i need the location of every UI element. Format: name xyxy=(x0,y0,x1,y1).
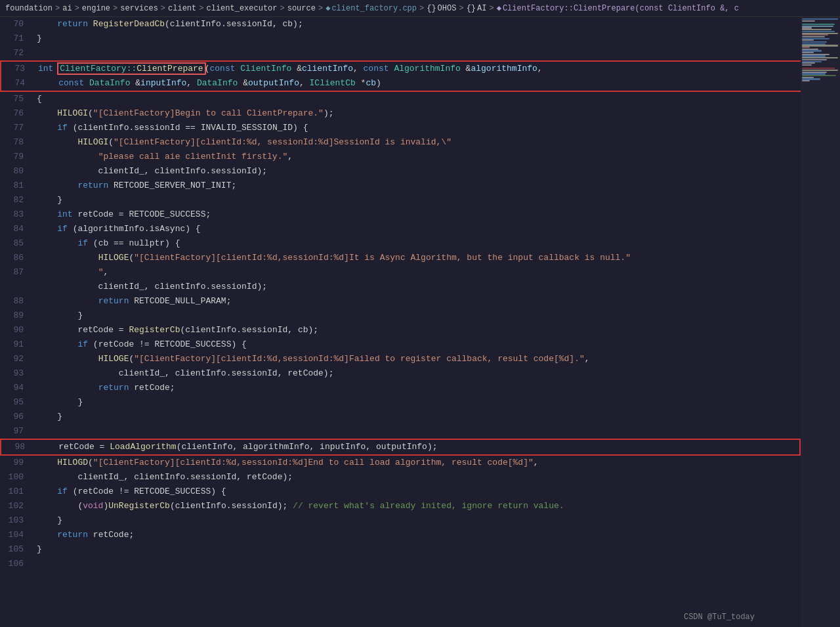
line-content-82: } xyxy=(34,193,801,207)
line-content-88: return RETCODE_NULL_PARAM; xyxy=(34,294,801,309)
cpp-file-icon: ◆ xyxy=(326,3,330,13)
line-content-86: HILOGE("[ClientFactory][clientId:%d,sess… xyxy=(34,251,801,265)
line-content-87: ", xyxy=(34,265,801,280)
line-number-75: 75 xyxy=(0,92,34,106)
line-number-87: 87 xyxy=(0,265,34,280)
line-number-102: 102 xyxy=(0,499,34,513)
table-row: 105 } xyxy=(0,542,801,557)
line-content-100: clientId_, clientInfo.sessionId, retCode… xyxy=(34,470,801,485)
table-row: 88 return RETCODE_NULL_PARAM; xyxy=(0,294,801,309)
line-content-81: return RETCODE_SERVER_NOT_INIT; xyxy=(34,179,801,193)
code-editor[interactable]: 70 return RegisterDeadCb(clientInfo.sess… xyxy=(0,17,801,627)
line-content-101: if (retCode != RETCODE_SUCCESS) { xyxy=(34,485,801,499)
table-row: 74 const DataInfo &inputInfo, DataInfo &… xyxy=(0,76,801,92)
table-row: 93 clientId_, clientInfo.sessionId, retC… xyxy=(0,366,801,381)
line-content-80: clientId_, clientInfo.sessionId); xyxy=(34,164,801,179)
line-number-72: 72 xyxy=(0,46,34,60)
breadcrumb-services[interactable]: services xyxy=(120,4,158,13)
line-content-90: retCode = RegisterCb(clientInfo.sessionI… xyxy=(34,323,801,337)
breadcrumb-file[interactable]: client_factory.cpp xyxy=(331,4,417,13)
table-row: 98 retCode = LoadAlgorithm(clientInfo, a… xyxy=(0,439,801,456)
table-row: 77 if (clientInfo.sessionId == INVALID_S… xyxy=(0,121,801,135)
line-number-98: 98 xyxy=(1,440,35,454)
line-number-91: 91 xyxy=(0,337,34,352)
line-content-77: if (clientInfo.sessionId == INVALID_SESS… xyxy=(34,121,801,135)
table-row: 94 return retCode; xyxy=(0,381,801,395)
line-content-99: HILOGD("[ClientFactory][clientId:%d,sess… xyxy=(34,456,801,470)
table-row: 79 "please call aie clientInit firstly."… xyxy=(0,150,801,164)
table-row: 86 HILOGE("[ClientFactory][clientId:%d,s… xyxy=(0,251,801,265)
table-row: 106 xyxy=(0,557,801,571)
line-content-74: const DataInfo &inputInfo, DataInfo &out… xyxy=(35,76,801,91)
table-row: 70 return RegisterDeadCb(clientInfo.sess… xyxy=(0,17,801,32)
breadcrumb-foundation[interactable]: foundation xyxy=(5,4,52,13)
line-number-97: 97 xyxy=(0,424,34,439)
line-number-94: 94 xyxy=(0,381,34,395)
line-number-89: 89 xyxy=(0,309,34,323)
watermark: CSDN @TuT_today xyxy=(684,613,755,622)
table-row: 89 } xyxy=(0,309,801,323)
breadcrumb-client[interactable]: client xyxy=(168,4,196,13)
line-content-71: } xyxy=(34,32,801,46)
line-content-94: return retCode; xyxy=(34,381,801,395)
table-row: 72 xyxy=(0,46,801,60)
table-row: 99 HILOGD("[ClientFactory][clientId:%d,s… xyxy=(0,456,801,470)
breadcrumb-engine[interactable]: engine xyxy=(82,4,110,13)
table-row: 76 HILOGI("[ClientFactory]Begin to call … xyxy=(0,106,801,121)
breadcrumb-bar: foundation > ai > engine > services > cl… xyxy=(0,0,840,17)
line-number-90: 90 xyxy=(0,323,34,337)
line-content-97 xyxy=(34,424,801,439)
line-number-70: 70 xyxy=(0,17,34,32)
line-content-106 xyxy=(34,557,801,571)
braces-icon-ai: {} xyxy=(467,4,476,13)
line-number-73: 73 xyxy=(1,62,35,76)
table-row: 92 HILOGE("[ClientFactory][clientId:%d,s… xyxy=(0,352,801,366)
line-number-76: 76 xyxy=(0,106,34,121)
table-row: 71 } xyxy=(0,32,801,46)
line-number-105: 105 xyxy=(0,542,34,557)
breadcrumb-ohos[interactable]: OHOS xyxy=(438,4,457,13)
breadcrumb-source[interactable]: source xyxy=(287,4,316,13)
main-container: 70 return RegisterDeadCb(clientInfo.sess… xyxy=(0,17,840,627)
table-row: clientId_, clientInfo.sessionId); xyxy=(0,280,801,294)
line-content-102: (void)UnRegisterCb(clientInfo.sessionId)… xyxy=(34,499,801,513)
line-content-91: if (retCode != RETCODE_SUCCESS) { xyxy=(34,337,801,352)
table-row: 104 return retCode; xyxy=(0,528,801,542)
table-row: 78 HILOGI("[ClientFactory][clientId:%d, … xyxy=(0,135,801,150)
breadcrumb-ai[interactable]: ai xyxy=(62,4,72,13)
table-row: 85 if (cb == nullptr) { xyxy=(0,236,801,251)
line-number-99: 99 xyxy=(0,456,34,470)
minimap-content xyxy=(801,17,840,85)
table-row: 95 } xyxy=(0,395,801,410)
line-number-93: 93 xyxy=(0,366,34,381)
line-number-100: 100 xyxy=(0,470,34,485)
line-content-93: clientId_, clientInfo.sessionId, retCode… xyxy=(34,366,801,381)
table-row: 96 } xyxy=(0,410,801,424)
line-number-92: 92 xyxy=(0,352,34,366)
line-content-89: } xyxy=(34,309,801,323)
line-number-103: 103 xyxy=(0,513,34,528)
table-row: 82 } xyxy=(0,193,801,207)
line-content-88a: clientId_, clientInfo.sessionId); xyxy=(34,280,801,294)
table-row: 90 retCode = RegisterCb(clientInfo.sessi… xyxy=(0,323,801,337)
minimap[interactable] xyxy=(801,17,840,627)
line-content-76: HILOGI("[ClientFactory]Begin to call Cli… xyxy=(34,106,801,121)
table-row: 101 if (retCode != RETCODE_SUCCESS) { xyxy=(0,485,801,499)
line-content-83: int retCode = RETCODE_SUCCESS; xyxy=(34,207,801,222)
line-content-104: return retCode; xyxy=(34,528,801,542)
breadcrumb-client-executor[interactable]: client_executor xyxy=(206,4,277,13)
line-content-105: } xyxy=(34,542,801,557)
line-content-96: } xyxy=(34,410,801,424)
line-content-95: } xyxy=(34,395,801,410)
braces-icon-ohos: {} xyxy=(427,4,436,13)
line-number-104: 104 xyxy=(0,528,34,542)
line-number-86: 86 xyxy=(0,251,34,265)
line-number-95: 95 xyxy=(0,395,34,410)
breadcrumb-ai-ns[interactable]: AI xyxy=(477,4,486,13)
line-content-72 xyxy=(34,46,801,60)
line-content-103: } xyxy=(34,513,801,528)
table-row: 97 xyxy=(0,424,801,439)
breadcrumb-func[interactable]: ClientFactory::ClientPrepare(const Clien… xyxy=(503,4,739,13)
code-lines: 70 return RegisterDeadCb(clientInfo.sess… xyxy=(0,17,801,571)
line-content-92: HILOGE("[ClientFactory][clientId:%d,sess… xyxy=(34,352,801,366)
